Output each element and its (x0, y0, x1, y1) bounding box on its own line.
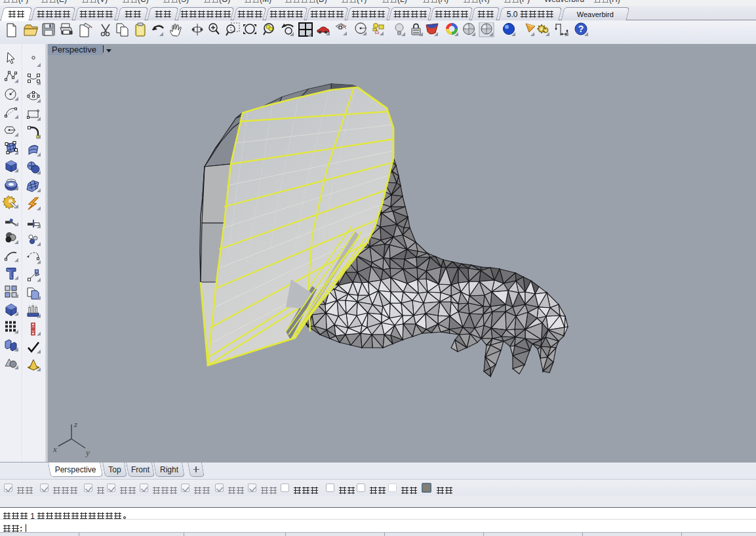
svg-text:x: x (52, 444, 57, 454)
svg-text:z: z (73, 419, 77, 429)
svg-text:y: y (85, 447, 90, 457)
svg-text:?: ? (578, 24, 584, 34)
